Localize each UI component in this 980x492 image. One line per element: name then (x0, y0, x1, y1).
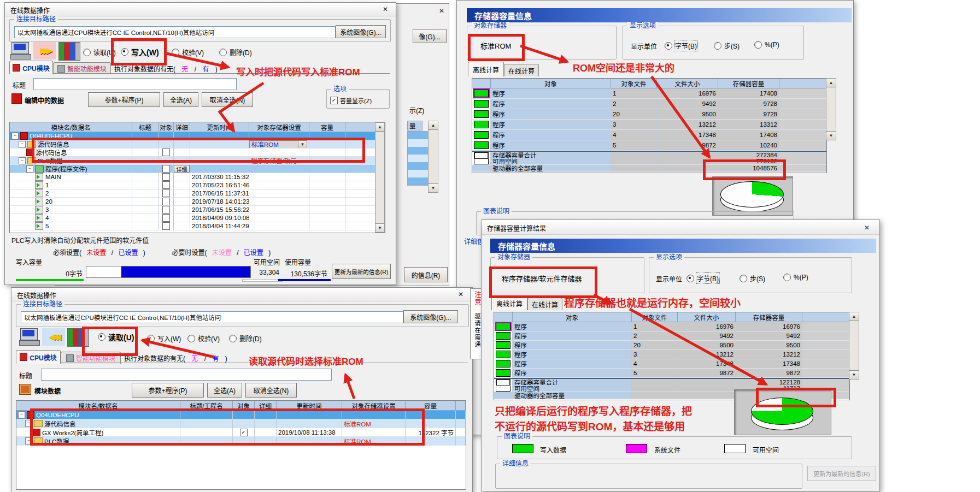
table-row[interactable]: 程序41734817348 (494, 359, 849, 369)
col-file-size[interactable]: 文件大小 (678, 312, 736, 322)
scrollbar[interactable]: ▲ ▼ (428, 121, 438, 193)
table-row[interactable]: 32017/06/15 15:56:22 (10, 206, 376, 214)
radio-icon[interactable] (187, 335, 195, 342)
close-icon[interactable]: ✕ (377, 4, 394, 14)
radio-icon[interactable] (219, 49, 227, 56)
scroll-up-icon[interactable]: ▲ (429, 121, 438, 130)
table-row[interactable]: 12017/05/23 16:51:46 (10, 181, 376, 189)
target-checkbox[interactable] (162, 206, 170, 214)
col-object[interactable]: 对象 (491, 79, 611, 88)
col-mem-capacity[interactable]: 存储器容量 (718, 79, 779, 88)
table-row[interactable]: 42018/04/09 09:10:08 (10, 214, 376, 222)
radio-bytes[interactable]: 字节(B) (686, 274, 719, 283)
col-detail[interactable]: 详细 (174, 122, 190, 132)
title-field-input[interactable] (41, 369, 332, 381)
system-image-button-fragment[interactable]: 像(G)... (413, 29, 447, 43)
tab-smart-module[interactable]: 智能功能模块 (53, 62, 111, 74)
col-target[interactable]: 对象 (159, 122, 174, 132)
table-row[interactable]: MAIN2017/03/30 11:15:32 (10, 173, 376, 181)
table-row[interactable]: 程序11697616976 (494, 322, 849, 331)
table-row[interactable]: 程序11697617408 (472, 88, 826, 99)
col-target-memory[interactable]: 对象存储器设置 (249, 122, 309, 132)
checkbox-icon[interactable]: ✓ (330, 97, 338, 104)
col-object-file[interactable]: 对象文件 (632, 312, 678, 322)
scroll-down-icon[interactable]: ▼ (429, 183, 438, 192)
expand-icon[interactable]: − (19, 141, 26, 148)
table-row[interactable]: 202019/07/18 14:01:23 (10, 198, 376, 206)
table-row[interactable]: 22017/06/15 11:37:31 (10, 189, 376, 198)
table-row[interactable]: 程序5987210240 (472, 140, 826, 151)
tab-online-calc[interactable]: 在线计算 (504, 64, 539, 76)
target-checkbox[interactable] (162, 173, 170, 181)
col-module-name[interactable]: 模块名/数据名 (10, 122, 132, 132)
table-row[interactable]: 程序598729872 (494, 369, 849, 378)
expand-icon[interactable]: − (26, 165, 33, 173)
expand-icon[interactable]: − (11, 133, 19, 140)
scrollbar[interactable]: ▲ ▼ (849, 312, 859, 380)
radio-icon[interactable] (147, 335, 155, 342)
radio-icon[interactable] (229, 335, 237, 342)
tab-offline-calc[interactable]: 离线计算 (468, 62, 504, 76)
radio-percent[interactable]: %(P) (754, 41, 779, 49)
table-row[interactable]: 程序31321213212 (494, 350, 849, 359)
param-program-button[interactable]: 参数+程序(P) (88, 92, 160, 107)
connection-path-input[interactable]: 以太网插板通信通过CPU模块进行CC IE Control,NET/10(H)其… (21, 311, 403, 323)
table-row[interactable]: 程序31321213312 (472, 120, 826, 130)
radio-icon[interactable] (665, 42, 672, 50)
close-icon[interactable]: ✕ (453, 289, 469, 299)
radio-delete[interactable]: 删除(D) (229, 334, 262, 343)
radio-steps[interactable]: 步(S) (740, 274, 765, 283)
radio-icon[interactable] (740, 275, 747, 282)
radio-delete[interactable]: 删除(D) (219, 48, 252, 57)
titlebar[interactable]: 在线数据操作 (5, 3, 396, 16)
tab-online-calc[interactable]: 在线计算 (527, 298, 562, 310)
table-row[interactable]: −程序(程序文件)详细 (10, 165, 376, 173)
col-object[interactable]: 对象 (513, 312, 632, 322)
capacity-display-checkbox[interactable]: ✓容量显示(Z) (330, 96, 372, 105)
col-object-file[interactable]: 对象文件 (611, 79, 657, 88)
close-icon[interactable]: ✕ (433, 6, 450, 16)
titlebar[interactable]: 存储器容量计算结果 (482, 220, 879, 235)
radio-verify[interactable]: 校验(V) (172, 48, 204, 57)
table-row[interactable]: 程序2095009728 (472, 109, 826, 120)
col-title[interactable]: 标题 (132, 122, 159, 132)
refresh-button[interactable]: 更新为最新的信息(R) (332, 264, 391, 279)
table-row[interactable]: 52018/04/04 11:44:29 (10, 222, 376, 230)
scroll-down-icon[interactable]: ▼ (375, 223, 384, 232)
radio-icon[interactable] (714, 42, 721, 50)
table-row[interactable]: 程序294929492 (494, 331, 849, 341)
target-checkbox[interactable] (162, 198, 170, 205)
title-field-input[interactable] (33, 78, 237, 90)
param-program-button[interactable]: 参数+程序(P) (132, 383, 204, 398)
scrollbar[interactable]: ▲ ▼ (826, 78, 836, 140)
radio-write[interactable]: 写入(W) (147, 334, 181, 343)
target-checkbox[interactable] (162, 165, 170, 173)
col-capacity[interactable]: 容量 (309, 122, 345, 132)
detail-button[interactable]: 详细 (174, 165, 190, 173)
refresh-button-fragment[interactable]: 的信息(R) (404, 267, 448, 282)
scroll-up-icon[interactable]: ▲ (849, 312, 859, 321)
radio-bytes[interactable]: 字节(B) (665, 41, 697, 50)
scroll-down-icon[interactable]: ▼ (826, 131, 836, 140)
table-row[interactable]: 程序41734817408 (472, 130, 826, 140)
connection-path-input[interactable]: 以太网插板通信通过CPU模块进行CC IE Control,NET/10(H)其… (14, 26, 336, 38)
scroll-up-icon[interactable]: ▲ (826, 79, 836, 87)
titlebar[interactable]: 在线数据操作 (11, 288, 472, 301)
tab-cpu-module[interactable]: CPU模块 (16, 350, 61, 364)
radio-percent[interactable]: %(P) (783, 274, 808, 281)
radio-icon[interactable] (686, 275, 694, 282)
target-checkbox[interactable] (162, 214, 170, 222)
col-mem-capacity[interactable]: 存储器容量 (736, 312, 802, 322)
expand-icon[interactable]: − (19, 157, 26, 164)
target-checkbox[interactable] (162, 189, 170, 197)
deselect-all-button[interactable]: 取消全选(N) (202, 92, 253, 107)
select-all-button[interactable]: 全选(A) (207, 383, 242, 398)
radio-icon[interactable] (783, 274, 791, 281)
scroll-down-icon[interactable]: ▼ (849, 370, 859, 379)
radio-icon[interactable] (754, 41, 762, 49)
col-updated[interactable]: 更新时间 (190, 122, 249, 132)
table-row[interactable]: 程序2095009500 (494, 341, 849, 350)
target-checkbox[interactable] (162, 181, 170, 189)
refresh-button[interactable]: 更新为最新的信息(R) (807, 466, 876, 481)
col-file-size[interactable]: 文件大小 (657, 79, 718, 88)
